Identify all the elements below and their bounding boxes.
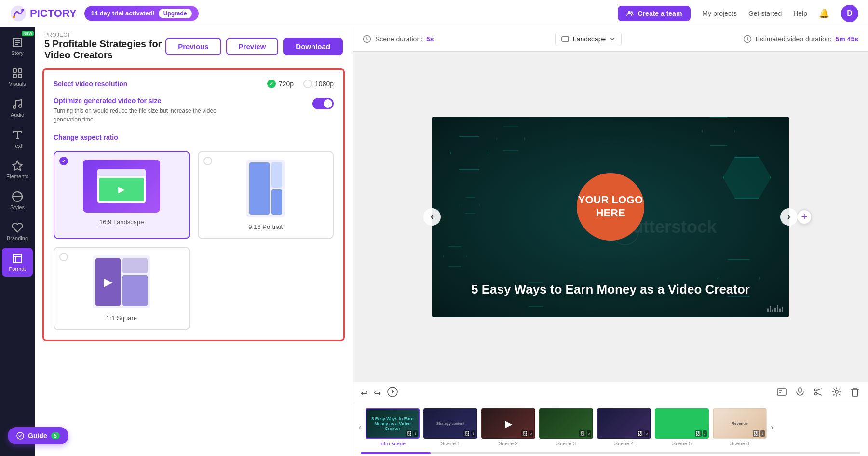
- previous-button[interactable]: Previous: [165, 38, 221, 55]
- sidebar-item-text[interactable]: Text: [2, 124, 33, 153]
- portrait-radio: [203, 157, 212, 165]
- undo-button[interactable]: ↩: [361, 388, 368, 399]
- resolution-options: 720p 1080p: [267, 80, 334, 88]
- styles-label: Styles: [10, 204, 25, 210]
- format-content: Select video resolution 720p 1080p Optim…: [42, 68, 345, 341]
- team-icon: [626, 10, 634, 17]
- svg-point-14: [19, 105, 22, 107]
- panel-header: Project 5 Profitable Strategies for Vide…: [35, 27, 353, 61]
- create-team-button[interactable]: Create a team: [618, 6, 691, 21]
- est-clock-icon: [743, 35, 752, 43]
- trash-icon[interactable]: [850, 387, 860, 400]
- timeline-bottom: [353, 450, 868, 456]
- scene3-icon-1: 🖼: [579, 430, 586, 437]
- timeline-left-arrow[interactable]: ‹: [359, 422, 362, 432]
- sidebar-item-elements[interactable]: Elements: [2, 155, 33, 184]
- upgrade-button[interactable]: Upgrade: [159, 9, 192, 18]
- scene6-icon-2: ♪: [760, 430, 765, 437]
- intro-thumb-text: 5 Easy Ways to Earn Money as a Video Cre…: [366, 415, 419, 433]
- nav-left: PICTORY 14 day trial activated! Upgrade: [10, 5, 199, 22]
- next-scene-arrow[interactable]: ›: [780, 208, 798, 226]
- help-link[interactable]: Help: [793, 10, 807, 17]
- audio-bar-2: [770, 306, 771, 312]
- sidebar-item-branding[interactable]: Branding: [2, 217, 33, 246]
- video-toolbar: Scene duration: 5s Landscape Estimated v…: [353, 27, 868, 52]
- scene-thumb-intro[interactable]: 👁 5 Easy Ways to Earn Money as a Video C…: [366, 408, 420, 446]
- toggle-knob: [324, 99, 332, 108]
- caption-icon[interactable]: [776, 387, 787, 400]
- aspect-square-card[interactable]: ▶ 1:1 Square: [54, 247, 190, 330]
- sidebar-item-audio[interactable]: Audio: [2, 94, 33, 122]
- scene4-label: Scene 4: [614, 441, 634, 446]
- guide-button[interactable]: Guide 5: [8, 427, 68, 444]
- radio-720p-label: 720p: [279, 80, 294, 88]
- scene2-thumb-icons: 🖼 ♪: [521, 430, 533, 437]
- elements-icon: [12, 160, 23, 172]
- scene5-label: Scene 5: [672, 441, 692, 446]
- resolution-1080p[interactable]: 1080p: [303, 80, 334, 88]
- add-scene-button[interactable]: +: [797, 209, 812, 225]
- portrait-main: [249, 162, 270, 215]
- scene-thumb-3[interactable]: 🖼 ♪ Scene 3: [539, 408, 593, 446]
- branding-icon: [12, 222, 23, 233]
- video-preview-wrapper: ‹: [353, 52, 868, 382]
- scene-thumb-1[interactable]: Strategy content 🖼 ♪ Scene 1: [423, 408, 477, 446]
- optimize-row: Optimize generated video for size Turnin…: [54, 97, 334, 124]
- svg-point-35: [815, 393, 817, 395]
- play-button[interactable]: [387, 386, 398, 400]
- scene-thumb-4[interactable]: 🖼 ♪ Scene 4: [597, 408, 651, 446]
- visuals-label: Visuals: [9, 81, 26, 87]
- notifications-icon[interactable]: 🔔: [819, 8, 829, 19]
- scene3-icon-2: ♪: [587, 430, 591, 437]
- get-started-link[interactable]: Get started: [748, 10, 782, 17]
- redo-button[interactable]: ↪: [374, 388, 381, 399]
- aspect-landscape-card[interactable]: ▶ 16:9 Landscape: [54, 151, 190, 239]
- square-main: ▶: [95, 258, 121, 306]
- scene1-thumb-icons: 🖼 ♪: [463, 430, 475, 437]
- radio-1080p-circle: [303, 80, 312, 88]
- logo[interactable]: PICTORY: [10, 5, 77, 22]
- orientation-selector[interactable]: Landscape: [555, 32, 622, 46]
- scene-thumb-5[interactable]: 🖼 ♪ Scene 5: [655, 408, 709, 446]
- aspect-portrait-card[interactable]: 9:16 Portrait: [198, 151, 334, 239]
- project-title: 5 Profitable Strategies for Video Creato…: [44, 39, 165, 61]
- project-info: Project 5 Profitable Strategies for Vide…: [44, 32, 165, 61]
- preview-button[interactable]: Preview: [226, 38, 279, 55]
- square-play-icon: ▶: [104, 275, 112, 289]
- sidebar-item-visuals[interactable]: Visuals: [2, 63, 33, 92]
- user-avatar[interactable]: D: [841, 5, 858, 22]
- sidebar-item-format[interactable]: Format: [2, 248, 33, 277]
- audio-label: Audio: [11, 112, 24, 118]
- edit-controls: [776, 387, 860, 400]
- landscape-preview: ▶: [83, 160, 160, 213]
- scissors-icon[interactable]: [813, 387, 824, 400]
- svg-marker-17: [13, 161, 22, 170]
- logo-text: PICTORY: [30, 7, 77, 20]
- mic-icon[interactable]: [795, 387, 805, 400]
- timeline-right-arrow[interactable]: ›: [771, 422, 773, 432]
- resolution-720p[interactable]: 720p: [267, 80, 294, 88]
- audio-bar-5: [777, 305, 778, 312]
- portrait-side-top: [271, 162, 282, 188]
- prev-scene-arrow[interactable]: ‹: [423, 208, 441, 226]
- optimize-title: Optimize generated video for size: [54, 97, 222, 105]
- landscape-radio: [59, 157, 68, 165]
- optimize-toggle[interactable]: [312, 98, 334, 109]
- sidebar-item-story[interactable]: Story NEW: [2, 32, 33, 61]
- logo-icon: [10, 5, 27, 22]
- scene-thumb-6[interactable]: Revenue 🖼 ♪ Scene 6: [713, 408, 767, 446]
- svg-point-1: [13, 15, 15, 18]
- sidebar-item-styles[interactable]: Styles: [2, 186, 33, 215]
- radio-1080p-label: 1080p: [315, 80, 334, 88]
- audio-bar-4: [774, 308, 776, 312]
- estimated-value: 5m 45s: [836, 35, 858, 43]
- download-button[interactable]: Download: [283, 38, 343, 55]
- change-aspect-link[interactable]: Change aspect ratio: [54, 134, 334, 141]
- portrait-label: 9:16 Portrait: [248, 223, 283, 230]
- my-projects-link[interactable]: My projects: [702, 10, 737, 17]
- guide-label: Guide: [28, 432, 47, 440]
- square-label: 1:1 Square: [106, 314, 137, 322]
- svg-line-36: [817, 389, 822, 390]
- settings-icon[interactable]: [831, 387, 842, 400]
- scene-thumb-2[interactable]: ▶ 🖼 ♪ Scene 2: [481, 408, 535, 446]
